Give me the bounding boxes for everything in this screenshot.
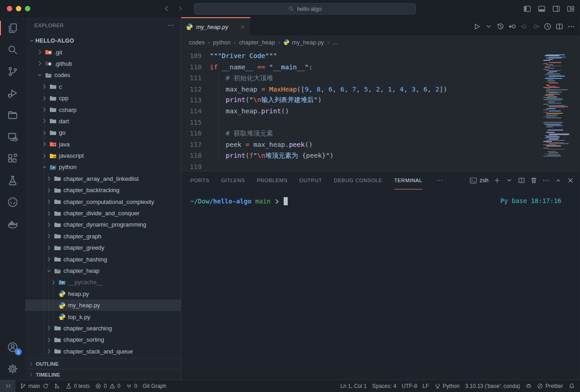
encoding-label: UTF-8 — [402, 383, 417, 389]
panel-tab-gitlens[interactable]: GITLENS — [221, 171, 245, 189]
activity-item-source-control[interactable] — [0, 61, 25, 82]
editor-scrollbar[interactable] — [573, 49, 580, 171]
chevron-right-icon — [41, 141, 48, 147]
tree-item-hello-algo[interactable]: HELLO-ALGO — [25, 35, 181, 46]
maximize-panel-button[interactable] — [555, 177, 562, 184]
close-window-button[interactable] — [7, 6, 12, 11]
breadcrumb-item[interactable]: … — [332, 39, 338, 46]
code-editor[interactable]: 109"""Driver Code"""110if __name__ == "_… — [181, 49, 580, 171]
terminal-instance-zsh[interactable]: zsh — [469, 177, 488, 184]
activity-item-remote-explorer[interactable] — [0, 126, 25, 148]
folder-icon — [58, 279, 66, 286]
tab-my-heap-py[interactable]: my_heap.py — [181, 17, 251, 35]
activity-item-docker[interactable] — [0, 213, 25, 235]
tree-item--git[interactable]: .git — [25, 46, 181, 58]
tree-item-codes[interactable]: codes — [25, 69, 181, 81]
panel-tab-debug-console[interactable]: DEBUG CONSOLE — [334, 171, 382, 189]
remote-indicator[interactable] — [0, 380, 15, 392]
folder-icon — [53, 256, 61, 263]
activity-item-github[interactable] — [0, 191, 25, 213]
more-actions-button[interactable] — [567, 23, 575, 30]
tree-item-label: codes — [54, 72, 70, 78]
activity-item-explorer[interactable] — [0, 17, 25, 39]
breadcrumb-item[interactable]: python — [213, 39, 231, 46]
terminal-dropdown-button[interactable] — [506, 177, 513, 184]
panel-tab-output[interactable]: OUTPUT — [300, 171, 322, 189]
tree-item--github[interactable]: .github — [25, 58, 181, 69]
indentation[interactable]: Spaces: 4 — [369, 380, 399, 392]
panel-tab-problems[interactable]: PROBLEMS — [257, 171, 288, 189]
tree-item-label: chapter_backtracking — [63, 187, 120, 194]
encoding[interactable]: UTF-8 — [399, 380, 420, 392]
activity-item-run-debug[interactable] — [0, 82, 25, 104]
layout-panel-icon[interactable] — [538, 5, 546, 13]
command-center-search[interactable]: hello-algo — [194, 3, 416, 15]
ports-status[interactable]: 0 — [123, 380, 140, 392]
tree-item-java[interactable]: java — [25, 139, 181, 150]
tree-item-python[interactable]: python — [25, 161, 181, 173]
kill-terminal-button[interactable] — [530, 177, 537, 184]
panel-tab-terminal[interactable]: TERMINAL — [394, 171, 422, 189]
cursor-position[interactable]: Ln 1, Col 1 — [338, 380, 369, 392]
minimap[interactable] — [543, 49, 573, 171]
problems-status[interactable]: 00 — [92, 380, 123, 392]
layout-customize-icon[interactable] — [567, 5, 575, 13]
next-change-button[interactable] — [532, 23, 540, 30]
activity-item-accounts[interactable]: 1 — [0, 336, 25, 358]
previous-change-button[interactable] — [520, 23, 528, 30]
history-forward-button[interactable] — [177, 5, 184, 12]
run-dropdown-button[interactable] — [485, 23, 493, 30]
activity-item-settings[interactable] — [0, 358, 25, 380]
branch-status[interactable]: main — [17, 380, 51, 392]
explorer-more-actions-icon[interactable] — [167, 22, 174, 29]
language-mode[interactable]: Python — [432, 380, 463, 392]
gitlens-file-history-button[interactable] — [544, 23, 551, 30]
breadcrumb-item[interactable]: my_heap.py — [283, 39, 324, 46]
split-editor-button[interactable] — [556, 23, 563, 30]
panel-more-tabs-icon[interactable] — [436, 177, 443, 184]
terminal[interactable]: ~/Dow/hello-algo main Py base 18:17:16 — [181, 189, 580, 380]
close-panel-button[interactable] — [567, 177, 574, 184]
activity-item-extensions[interactable] — [0, 148, 25, 169]
folder-icon — [53, 210, 61, 217]
open-changes-button[interactable] — [508, 23, 516, 30]
notifications-bell[interactable] — [566, 380, 578, 392]
prettier-status[interactable]: Prettier — [534, 380, 566, 392]
tree-item-javascript[interactable]: JSjavascript — [25, 150, 181, 161]
panel-tab-ports[interactable]: PORTS — [190, 171, 209, 189]
git-graph-button[interactable] — [51, 380, 63, 392]
timeline-history-button[interactable] — [497, 23, 504, 30]
eol[interactable]: LF — [420, 380, 432, 392]
breadcrumb-separator-icon: › — [327, 39, 329, 46]
tree-item-cpp[interactable]: cpp — [25, 92, 181, 104]
chevron-right-icon — [36, 49, 44, 55]
tree-item-csharp[interactable]: csharp — [25, 104, 181, 115]
panel-more-button[interactable] — [542, 177, 550, 184]
breadcrumb-item[interactable]: codes — [189, 39, 205, 46]
activity-item-file-folders[interactable] — [0, 104, 25, 126]
outline-section[interactable]: OUTLINE — [25, 358, 181, 369]
minimize-window-button[interactable] — [16, 6, 21, 11]
zoom-window-button[interactable] — [25, 6, 30, 11]
line-number: 110 — [181, 63, 202, 71]
python-interpreter[interactable]: 3.10.13 ('base': conda) — [462, 380, 522, 392]
activity-item-search[interactable] — [0, 39, 25, 61]
split-terminal-button[interactable] — [518, 177, 525, 184]
tree-item-dart[interactable]: dart — [25, 116, 181, 127]
tests-status[interactable]: 0 tests — [63, 380, 93, 392]
tree-item-go[interactable]: go — [25, 127, 181, 138]
copilot-status[interactable] — [523, 380, 535, 392]
line-number: 111 — [181, 74, 202, 82]
breadcrumb-item[interactable]: chapter_heap — [239, 39, 275, 46]
tree-item-c[interactable]: c — [25, 81, 181, 92]
close-tab-icon[interactable] — [240, 24, 246, 30]
history-back-button[interactable] — [163, 5, 170, 12]
run-python-file-button[interactable] — [473, 23, 481, 30]
layout-sidebar-right-icon[interactable] — [552, 5, 560, 13]
activity-item-testing[interactable] — [0, 169, 25, 191]
layout-sidebar-left-icon[interactable] — [523, 5, 531, 13]
timeline-section[interactable]: TIMELINE — [25, 369, 181, 380]
git-graph-label[interactable]: Git Graph — [140, 380, 169, 392]
code-line-119: 119 — [181, 161, 543, 172]
new-terminal-button[interactable] — [493, 177, 501, 184]
